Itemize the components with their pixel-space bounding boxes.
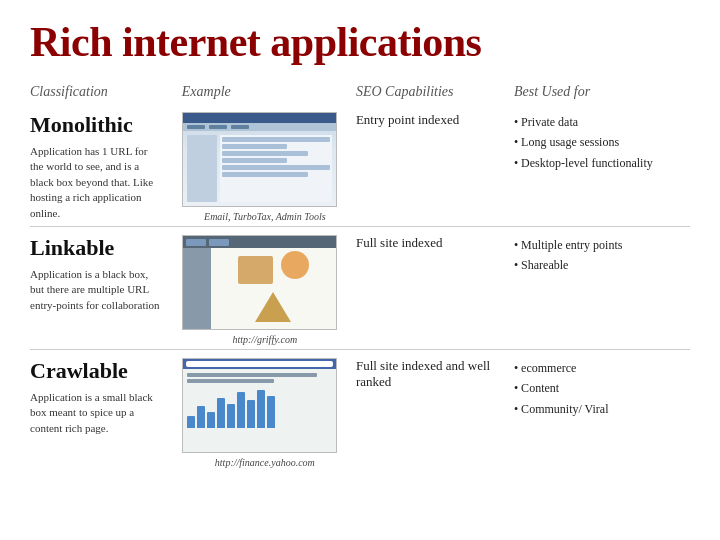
best-used-item: • Desktop-level functionality <box>514 153 690 173</box>
section-name: Monolithic <box>30 112 174 138</box>
seo-text: Full site indexed and well ranked <box>356 358 490 389</box>
best-used-item: • Content <box>514 378 690 398</box>
section-desc: Application has 1 URL for the world to s… <box>30 144 160 221</box>
best-used-item: • ecommerce <box>514 358 690 378</box>
example-caption: http://finance.yahoo.com <box>182 457 348 468</box>
seo-text: Entry point indexed <box>356 112 459 127</box>
table-row: Linkable Application is a black box, but… <box>30 227 690 350</box>
best-used-item: • Community/ Viral <box>514 399 690 419</box>
page-title: Rich internet applications <box>30 18 690 66</box>
best-used-item: • Multiple entry points <box>514 235 690 255</box>
best-used-item: • Shareable <box>514 255 690 275</box>
section-name: Linkable <box>30 235 174 261</box>
table-header-row: Classification Example SEO Capabilities … <box>30 84 690 104</box>
section-desc: Application is a black box, but there ar… <box>30 267 160 313</box>
screenshot-monolithic <box>182 112 337 207</box>
header-seo: SEO Capabilities <box>356 84 514 104</box>
best-used-item: • Private data <box>514 112 690 132</box>
table-row: Crawlable Application is a small black b… <box>30 350 690 473</box>
screenshot-linkable <box>182 235 337 330</box>
seo-text: Full site indexed <box>356 235 443 250</box>
page: Rich internet applications Classificatio… <box>0 0 720 540</box>
best-used-item: • Long usage sessions <box>514 132 690 152</box>
example-caption: http://griffy.com <box>182 334 348 345</box>
header-best: Best Used for <box>514 84 690 104</box>
section-name: Crawlable <box>30 358 174 384</box>
example-caption: Email, TurboTax, Admin Tools <box>182 211 348 222</box>
header-example: Example <box>182 84 356 104</box>
main-table: Classification Example SEO Capabilities … <box>30 84 690 472</box>
screenshot-crawlable <box>182 358 337 453</box>
table-row: Monolithic Application has 1 URL for the… <box>30 104 690 227</box>
header-classification: Classification <box>30 84 182 104</box>
section-desc: Application is a small black box meant t… <box>30 390 160 436</box>
